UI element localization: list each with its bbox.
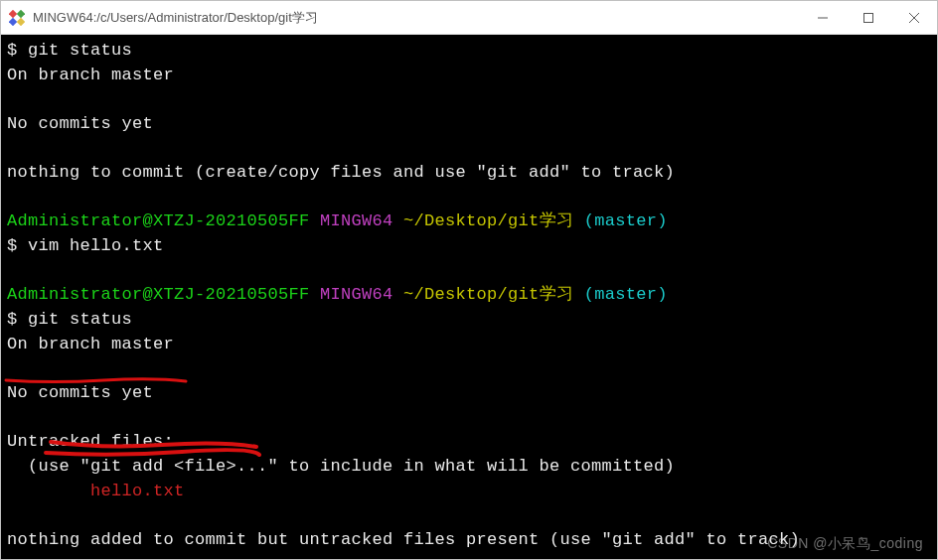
terminal-line: $ git status bbox=[7, 308, 931, 333]
terminal[interactable]: $ git status On branch master No commits… bbox=[1, 35, 937, 559]
terminal-line: $ vim hello.txt bbox=[7, 234, 931, 259]
prompt-line: Administrator@XTZJ-20210505FF MINGW64 ~/… bbox=[7, 210, 931, 234]
terminal-line: No commits yet bbox=[7, 112, 931, 137]
terminal-line bbox=[7, 87, 931, 112]
terminal-line bbox=[7, 259, 931, 284]
svg-rect-2 bbox=[9, 17, 17, 25]
terminal-line bbox=[7, 503, 931, 528]
watermark: CSDN @小呆鸟_coding bbox=[767, 533, 923, 553]
terminal-line: On branch master bbox=[7, 64, 931, 88]
terminal-line: Untracked files: bbox=[7, 430, 931, 455]
maximize-button[interactable] bbox=[846, 1, 891, 35]
svg-rect-0 bbox=[9, 10, 17, 18]
untracked-file: hello.txt bbox=[90, 482, 185, 500]
terminal-line: hello.txt bbox=[7, 480, 931, 504]
close-button[interactable] bbox=[891, 1, 937, 35]
window-controls bbox=[800, 1, 937, 35]
terminal-line: No commits yet bbox=[7, 381, 931, 406]
terminal-line bbox=[7, 552, 931, 559]
titlebar[interactable]: MINGW64:/c/Users/Administrator/Desktop/g… bbox=[1, 1, 937, 35]
terminal-line: $ git status bbox=[7, 39, 931, 64]
minimize-button[interactable] bbox=[800, 1, 846, 35]
window-title: MINGW64:/c/Users/Administrator/Desktop/g… bbox=[33, 9, 800, 27]
app-icon bbox=[9, 10, 25, 26]
terminal-line bbox=[7, 186, 931, 210]
terminal-line bbox=[7, 356, 931, 381]
svg-rect-5 bbox=[864, 13, 873, 22]
prompt-line: Administrator@XTZJ-20210505FF MINGW64 ~/… bbox=[7, 283, 931, 308]
terminal-line: On branch master bbox=[7, 333, 931, 357]
terminal-line bbox=[7, 406, 931, 431]
svg-rect-1 bbox=[17, 10, 25, 18]
terminal-line: (use "git add <file>..." to include in w… bbox=[7, 455, 931, 480]
window: MINGW64:/c/Users/Administrator/Desktop/g… bbox=[0, 0, 938, 560]
terminal-line bbox=[7, 137, 931, 162]
terminal-line: nothing to commit (create/copy files and… bbox=[7, 161, 931, 186]
svg-rect-3 bbox=[17, 17, 25, 25]
